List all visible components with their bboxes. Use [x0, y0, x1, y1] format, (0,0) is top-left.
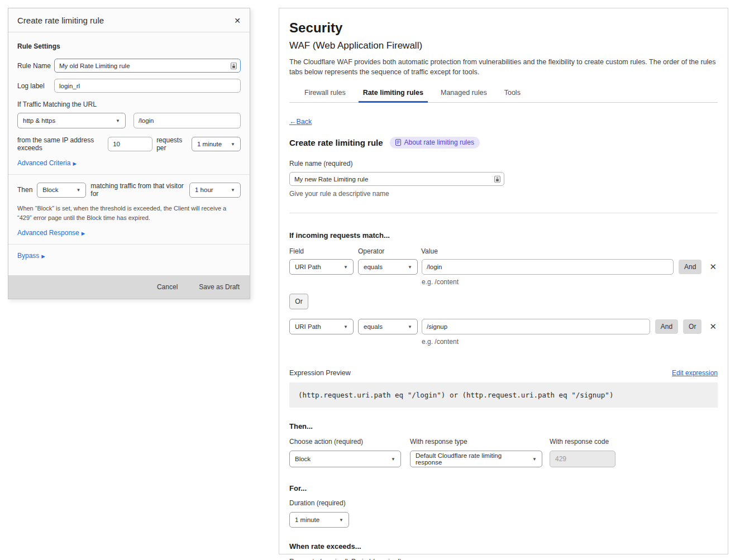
period-select-value: 1 minute	[197, 141, 222, 147]
and-button[interactable]: And	[679, 260, 701, 274]
operator-column-label: Operator	[358, 247, 421, 255]
response-code-label: With response code	[550, 438, 615, 446]
response-type-column: With response type Default Cloudflare ra…	[410, 438, 542, 467]
rule-name-label: Rule name (required)	[289, 160, 718, 167]
dialog-footer: Cancel Save as Draft	[8, 275, 250, 299]
response-code-input	[550, 451, 615, 467]
chevron-down-icon: ▼	[339, 518, 343, 523]
about-rate-limiting-badge[interactable]: About rate limiting rules	[390, 137, 480, 149]
chevron-down-icon: ▼	[231, 188, 235, 193]
rule-name-input[interactable]	[289, 172, 504, 186]
disclosure-right-icon: ▶	[82, 231, 85, 236]
duration-select[interactable]: 1 minute ▼	[289, 512, 349, 528]
autofill-icon[interactable]	[494, 175, 500, 183]
form-title: Create rate limiting rule	[289, 138, 383, 147]
rule-name-helper: Give your rule a descriptive name	[289, 190, 718, 198]
tab-rate-limiting-rules[interactable]: Rate limiting rules	[363, 89, 423, 102]
waf-tabs: Firewall rules Rate limiting rules Manag…	[289, 89, 718, 103]
expression-code: (http.request.uri.path eq "/login") or (…	[289, 382, 718, 408]
back-arrow-icon: ←	[289, 118, 297, 126]
threshold-row: from the same IP address exceeds request…	[17, 136, 241, 152]
matcher-heading: If incoming requests match...	[289, 231, 718, 240]
docs-icon	[395, 139, 401, 146]
bypass-link[interactable]: Bypass ▶	[17, 252, 45, 260]
close-icon[interactable]: ✕	[234, 17, 241, 25]
back-label: Back	[297, 118, 312, 126]
or-button[interactable]: Or	[683, 319, 701, 334]
response-type-label: With response type	[410, 438, 542, 446]
rule-name-label: Rule Name	[17, 62, 54, 70]
value-column-label: Value	[421, 247, 438, 255]
operator-select[interactable]: equals ▼	[358, 319, 418, 334]
then-row: Then Block ▼ matching traffic from that …	[17, 182, 241, 198]
advanced-criteria-link[interactable]: Advanced Criteria ▶	[17, 159, 77, 167]
edit-expression-link[interactable]: Edit expression	[672, 369, 718, 377]
log-label-label: Log label	[17, 82, 54, 90]
or-button[interactable]: Or	[289, 294, 308, 309]
rule-settings-heading: Rule Settings	[17, 42, 241, 50]
field-column-label: Field	[289, 247, 358, 255]
log-label-row: Log label	[17, 79, 241, 93]
action-select[interactable]: Block ▼	[37, 183, 86, 198]
page-subtitle: WAF (Web Application Firewall)	[289, 40, 718, 51]
value-input[interactable]	[422, 319, 650, 334]
rate-heading: When rate exceeds...	[289, 542, 718, 551]
operator-select[interactable]: equals ▼	[358, 259, 418, 275]
action-select-value: Block	[295, 456, 311, 462]
back-link[interactable]: ←Back	[289, 118, 312, 126]
field-select-value: URI Path	[295, 264, 321, 270]
for-heading: For...	[289, 484, 718, 492]
period-select[interactable]: 1 minute ▼	[192, 137, 241, 151]
condition-row: URI Path ▼ equals ▼ And Or ✕	[289, 319, 718, 334]
field-select[interactable]: URI Path ▼	[289, 319, 354, 334]
choose-action-label: Choose action (required)	[289, 438, 401, 446]
chevron-down-icon: ▼	[231, 142, 235, 147]
advanced-response-label: Advanced Response	[17, 229, 79, 237]
threshold-middle: requests per	[156, 136, 188, 152]
chevron-down-icon: ▼	[408, 265, 412, 270]
autofill-icon[interactable]	[231, 62, 237, 69]
dialog-header: Create rate limiting rule ✕	[8, 8, 250, 32]
advanced-response-link[interactable]: Advanced Response ▶	[17, 229, 85, 237]
duration-select-value: 1 minute	[295, 516, 319, 523]
rule-name-row: Rule Name	[17, 59, 241, 73]
page-title: Security	[289, 20, 718, 36]
block-note: When “Block” is set, when the threshold …	[17, 204, 241, 223]
then-heading: Then...	[289, 422, 718, 430]
chevron-down-icon: ▼	[76, 188, 80, 193]
traffic-matching-heading: If Traffic Matching the URL	[17, 100, 241, 108]
and-button[interactable]: And	[655, 319, 678, 334]
log-label-input[interactable]	[54, 79, 241, 93]
then-middle: matching traffic from that visitor for	[90, 182, 185, 198]
ban-duration-value: 1 hour	[195, 186, 213, 193]
scheme-select-value: http & https	[23, 117, 55, 124]
expression-preview-label: Expression Preview	[289, 369, 351, 377]
tab-firewall-rules[interactable]: Firewall rules	[304, 89, 346, 102]
field-select-value: URI Path	[295, 323, 321, 330]
value-hint: e.g. /content	[422, 338, 718, 346]
dialog-title: Create rate limiting rule	[17, 16, 104, 25]
page-description: The Cloudflare WAF provides both automat…	[289, 57, 717, 77]
value-input[interactable]	[422, 259, 674, 275]
url-input[interactable]	[133, 113, 241, 128]
tab-tools[interactable]: Tools	[504, 89, 521, 102]
threshold-prefix: from the same IP address exceeds	[17, 136, 104, 152]
tab-managed-rules[interactable]: Managed rules	[441, 89, 487, 102]
operator-select-value: equals	[364, 323, 383, 330]
response-type-select[interactable]: Default Cloudflare rate limiting respons…	[410, 451, 542, 467]
rule-name-input[interactable]	[54, 59, 241, 73]
remove-condition-icon[interactable]: ✕	[709, 322, 717, 332]
response-code-column: With response code	[550, 438, 615, 467]
remove-condition-icon[interactable]: ✕	[709, 262, 717, 272]
field-select[interactable]: URI Path ▼	[289, 259, 354, 275]
ban-duration-select[interactable]: 1 hour ▼	[189, 183, 241, 198]
requests-count-input[interactable]	[108, 137, 152, 151]
chevron-down-icon: ▼	[532, 457, 537, 462]
chevron-down-icon: ▼	[408, 324, 412, 329]
action-select[interactable]: Block ▼	[289, 451, 401, 467]
save-as-draft-button[interactable]: Save as Draft	[199, 283, 240, 291]
scheme-select[interactable]: http & https ▼	[17, 113, 126, 128]
action-select-value: Block	[42, 186, 58, 193]
cancel-button[interactable]: Cancel	[157, 283, 178, 291]
chevron-down-icon: ▼	[391, 457, 395, 462]
